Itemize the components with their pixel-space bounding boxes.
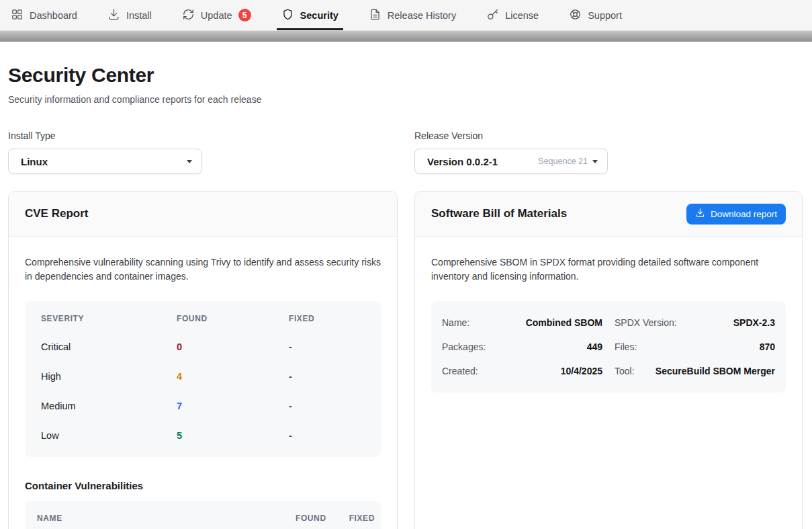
- nav-label: Install: [126, 10, 152, 21]
- nav-item-dashboard[interactable]: Dashboard: [11, 0, 77, 30]
- container-vulnerabilities-title: Container Vulnerabilities: [25, 480, 381, 491]
- download-report-label: Download report: [711, 209, 777, 219]
- found-count: 4: [177, 371, 289, 382]
- col-fixed: FIXED: [349, 514, 375, 523]
- info-label: Created:: [442, 366, 478, 376]
- severity-name: Medium: [41, 401, 177, 411]
- key-icon: [486, 8, 499, 23]
- severity-name: Critical: [41, 341, 177, 352]
- severity-table: SEVERITY FOUND FIXED Critical 0 - High 4…: [25, 301, 381, 457]
- nav-shadow-divider: [0, 31, 812, 42]
- table-row: High 4 -: [41, 362, 365, 391]
- info-label: Tool:: [615, 366, 635, 376]
- sbom-card-header: Software Bill of Materials Download repo…: [415, 192, 802, 237]
- nav-item-update[interactable]: Update 5: [182, 0, 251, 30]
- col-fixed: FIXED: [289, 314, 365, 323]
- col-found: FOUND: [177, 314, 289, 323]
- update-count-badge: 5: [238, 9, 251, 22]
- cve-card-body: Comprehensive vulnerability scanning usi…: [9, 237, 397, 529]
- sbom-card: Software Bill of Materials Download repo…: [414, 191, 803, 529]
- install-type-select[interactable]: Linux: [8, 149, 202, 174]
- table-row: Critical 0 -: [41, 332, 365, 362]
- container-vulnerabilities-table-header: NAME FOUND FIXED: [25, 501, 381, 529]
- document-icon: [369, 8, 381, 23]
- page-title: Security Center: [8, 63, 803, 87]
- sbom-info-spdx-version: SPDX Version: SPDX-2.3: [615, 311, 775, 335]
- info-label: SPDX Version:: [615, 317, 677, 328]
- sbom-info-created: Created: 10/4/2025: [442, 359, 602, 383]
- top-nav: Dashboard Install Update 5 Security Rele…: [0, 0, 812, 31]
- shield-icon: [281, 8, 294, 23]
- sbom-card-title: Software Bill of Materials: [431, 207, 567, 220]
- sbom-card-body: Comprehensive SBOM in SPDX format provid…: [415, 237, 802, 393]
- download-icon: [107, 8, 120, 23]
- sbom-info-files: Files: 870: [615, 335, 775, 359]
- fixed-count: -: [289, 430, 365, 441]
- nav-label: Dashboard: [30, 10, 77, 21]
- release-version-group: Release Version Version 0.0.2-1 Sequence…: [414, 130, 803, 174]
- info-label: Files:: [615, 341, 637, 352]
- cards-row: CVE Report Comprehensive vulnerability s…: [8, 191, 803, 529]
- filters-row: Install Type Linux Release Version Versi…: [8, 130, 803, 174]
- nav-item-license[interactable]: License: [486, 0, 539, 30]
- col-found: FOUND: [296, 514, 326, 523]
- cve-card-title: CVE Report: [25, 207, 88, 220]
- refresh-icon: [182, 8, 195, 23]
- nav-label: Release History: [388, 10, 456, 21]
- sbom-info-name: Name: Combined SBOM: [442, 311, 602, 335]
- fixed-count: -: [289, 371, 365, 382]
- install-type-label: Install Type: [8, 130, 398, 141]
- sbom-description: Comprehensive SBOM in SPDX format provid…: [431, 255, 786, 284]
- install-type-value: Linux: [21, 156, 48, 167]
- nav-label: Update: [201, 10, 232, 21]
- download-icon: [695, 208, 705, 220]
- cve-card-header: CVE Report: [9, 192, 397, 237]
- found-count: 5: [177, 430, 289, 441]
- sbom-info-grid: Name: Combined SBOM SPDX Version: SPDX-2…: [431, 301, 786, 393]
- sbom-info-packages: Packages: 449: [442, 335, 602, 359]
- dashboard-grid-icon: [11, 8, 24, 23]
- info-label: Name:: [442, 317, 469, 328]
- fixed-count: -: [289, 401, 365, 411]
- release-version-label: Release Version: [414, 130, 803, 141]
- nav-label: Support: [588, 10, 622, 21]
- nav-item-security[interactable]: Security: [281, 0, 339, 30]
- nav-item-install[interactable]: Install: [107, 0, 152, 30]
- info-value: 449: [587, 341, 602, 352]
- info-value: SPDX-2.3: [733, 317, 775, 328]
- severity-name: Low: [41, 430, 177, 441]
- fixed-count: -: [289, 341, 365, 352]
- install-type-group: Install Type Linux: [8, 130, 398, 174]
- cve-report-card: CVE Report Comprehensive vulnerability s…: [8, 191, 398, 529]
- col-severity: SEVERITY: [41, 314, 177, 323]
- lifebuoy-icon: [569, 8, 582, 23]
- info-value: Combined SBOM: [526, 317, 602, 328]
- page-subtitle: Security information and compliance repo…: [8, 94, 803, 105]
- release-version-value: Version 0.0.2-1: [427, 156, 498, 167]
- download-report-button[interactable]: Download report: [686, 204, 786, 225]
- nav-item-support[interactable]: Support: [569, 0, 622, 30]
- info-label: Packages:: [442, 341, 486, 352]
- release-version-meta: Sequence 21: [538, 157, 598, 166]
- severity-name: High: [41, 371, 177, 382]
- nav-label: Security: [300, 10, 339, 21]
- release-version-select[interactable]: Version 0.0.2-1 Sequence 21: [414, 149, 608, 174]
- nav-item-release-history[interactable]: Release History: [369, 0, 456, 30]
- chevron-down-icon: [187, 160, 192, 163]
- sbom-info-tool: Tool: SecureBuild SBOM Merger: [615, 359, 775, 383]
- found-count: 7: [177, 401, 289, 411]
- info-value: 870: [760, 341, 775, 352]
- info-value: 10/4/2025: [561, 366, 602, 376]
- nav-label: License: [505, 10, 539, 21]
- cve-description: Comprehensive vulnerability scanning usi…: [25, 255, 381, 284]
- sequence-hint: Sequence 21: [538, 157, 588, 166]
- table-row: Low 5 -: [41, 421, 365, 450]
- col-name: NAME: [37, 514, 296, 523]
- table-row: Medium 7 -: [41, 391, 365, 421]
- main-content: Security Center Security information and…: [0, 63, 812, 529]
- info-value: SecureBuild SBOM Merger: [656, 366, 775, 376]
- found-count: 0: [177, 341, 289, 352]
- severity-table-header: SEVERITY FOUND FIXED: [41, 305, 365, 332]
- chevron-down-icon: [592, 160, 598, 163]
